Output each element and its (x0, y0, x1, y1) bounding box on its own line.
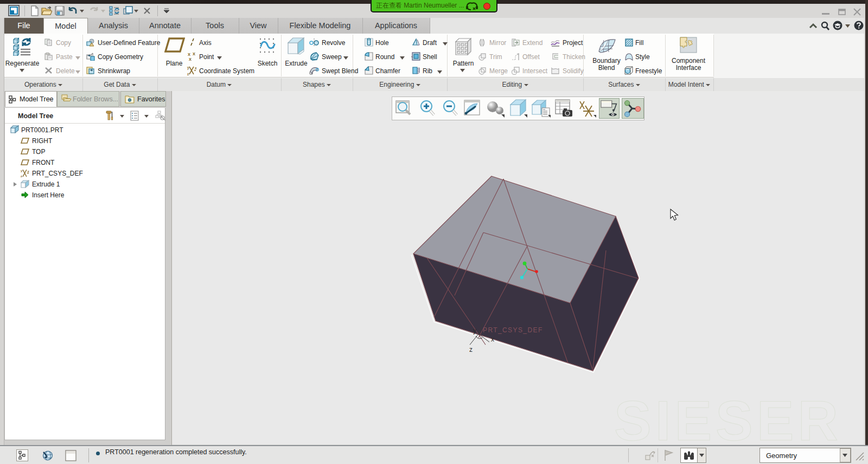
svg-text:z: z (469, 346, 473, 353)
svg-text:z: z (21, 175, 22, 178)
svg-text:PRT_CSYS_DEF: PRT_CSYS_DEF (483, 326, 543, 334)
svg-text:x: x (189, 56, 192, 61)
svg-text:x: x (28, 170, 30, 173)
svg-text:SIESER: SIESER (614, 390, 842, 444)
svg-text:x: x (193, 51, 195, 56)
svg-text:x: x (491, 336, 494, 343)
svg-text:y: y (21, 169, 23, 172)
svg-text:y: y (473, 327, 476, 334)
svg-text:y: y (187, 66, 189, 70)
svg-text:x: x (195, 66, 197, 70)
